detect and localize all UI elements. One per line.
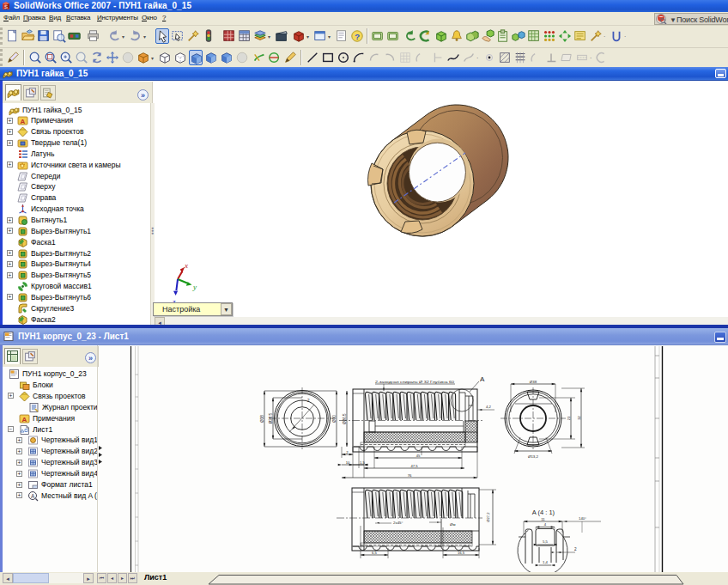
svg-text:32: 32 — [577, 416, 581, 420]
svg-text:Ø30: Ø30 — [332, 415, 337, 423]
svg-text:Ø38: Ø38 — [530, 380, 537, 384]
svg-text:4: 4 — [544, 522, 547, 527]
svg-text:Ø13,2: Ø13,2 — [528, 454, 539, 459]
svg-text:S: S — [4, 4, 8, 9]
svg-text:Ø28.5: Ø28.5 — [269, 412, 273, 424]
svg-text:16,5: 16,5 — [458, 551, 465, 555]
svg-text:y: y — [192, 283, 197, 291]
svg-text:45: 45 — [416, 454, 421, 458]
svg-text:21: 21 — [567, 416, 571, 420]
svg-text:2: 2 — [574, 547, 577, 551]
svg-text:4,2: 4,2 — [486, 405, 491, 409]
svg-text:2: 2 — [346, 450, 349, 454]
svg-text:1,4: 1,4 — [543, 560, 549, 564]
svg-text:1,5: 1,5 — [360, 460, 365, 465]
svg-text:11: 11 — [541, 517, 545, 521]
svg-text:140°: 140° — [579, 516, 586, 521]
svg-text:Øм: Øм — [450, 522, 455, 527]
svg-text:Ø38: Ø38 — [260, 415, 264, 423]
svg-text:Ø27,2: Ø27,2 — [486, 512, 490, 522]
svg-text:2x45°: 2x45° — [393, 521, 403, 525]
svg-text:10: 10 — [346, 460, 350, 465]
svg-text:A: A — [480, 375, 485, 383]
svg-text:?: ? — [355, 32, 360, 41]
svg-text:47,5: 47,5 — [410, 464, 418, 468]
svg-text:76: 76 — [408, 473, 412, 478]
svg-text:A: A — [20, 118, 25, 125]
svg-text:A (4 : 1): A (4 : 1) — [532, 509, 555, 516]
svg-text:6,5: 6,5 — [372, 551, 377, 555]
svg-text:x: x — [184, 261, 188, 270]
svg-text:2-заходная спираль Ø 32 Глубин: 2-заходная спираль Ø 32 Глубина 60 — [375, 380, 455, 384]
svg-text:Ø26.5: Ø26.5 — [343, 413, 347, 424]
svg-text:5,5: 5,5 — [543, 539, 549, 544]
